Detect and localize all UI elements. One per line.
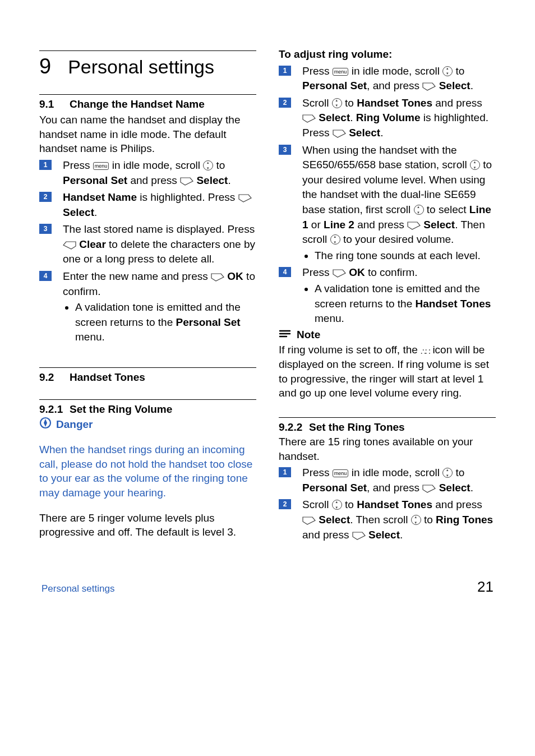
step-badge: 1 bbox=[39, 160, 52, 170]
softkey-left-icon bbox=[302, 515, 316, 525]
menu-key-icon: menu bbox=[93, 162, 109, 170]
procedure-title: To adjust ring volume: bbox=[279, 47, 496, 62]
section-9-2-2-intro: There are 15 ring tones available on you… bbox=[279, 435, 496, 463]
softkey-left-icon bbox=[407, 220, 421, 231]
page-number: 21 bbox=[477, 578, 494, 596]
divider bbox=[39, 367, 256, 368]
divider bbox=[39, 399, 256, 400]
step-2: 2 Scroll to Handset Tones and press Sele… bbox=[279, 96, 496, 141]
danger-icon bbox=[39, 417, 52, 432]
danger-heading: Danger bbox=[39, 417, 256, 432]
nav-key-icon bbox=[414, 205, 424, 215]
step-2: 2 Handset Name is highlighted. Press Sel… bbox=[39, 190, 256, 220]
softkey-left-icon bbox=[333, 268, 346, 278]
section-9-1-intro: You can name the handset and display the… bbox=[39, 113, 256, 156]
section-9-2-2-heading: 9.2.2Set the Ring Tones bbox=[279, 421, 496, 434]
step-1: 1 Press menu in idle mode, scroll to Per… bbox=[279, 64, 496, 94]
nav-key-icon bbox=[442, 66, 453, 76]
step-1: 1 Press menu in idle mode, scroll to Per… bbox=[279, 465, 496, 495]
softkey-right-icon bbox=[63, 240, 76, 250]
footer-section-name: Personal settings bbox=[41, 583, 114, 594]
step-badge: 4 bbox=[279, 267, 291, 277]
step-badge: 4 bbox=[39, 271, 52, 281]
softkey-left-icon bbox=[238, 193, 252, 203]
step-1: 1 Press menu in idle mode, scroll to Per… bbox=[39, 158, 256, 188]
nav-key-icon bbox=[332, 500, 342, 510]
chapter-heading: 9 Personal settings bbox=[39, 54, 256, 79]
note-icon bbox=[279, 329, 291, 342]
menu-key-icon: menu bbox=[333, 68, 349, 76]
softkey-left-icon bbox=[302, 113, 316, 123]
nav-key-icon bbox=[470, 160, 480, 170]
step-3: 3 The last stored name is displayed. Pre… bbox=[39, 222, 256, 267]
softkey-left-icon bbox=[333, 128, 346, 139]
step-badge: 1 bbox=[279, 66, 291, 76]
chapter-title: Personal settings bbox=[68, 56, 214, 78]
divider bbox=[39, 94, 256, 95]
page-footer: Personal settings 21 bbox=[39, 578, 496, 596]
section-9-2-1-heading: 9.2.1Set the Ring Volume bbox=[39, 403, 256, 416]
ring-volume-body: There are 5 ringer volume levels plus pr… bbox=[39, 511, 256, 540]
ringer-off-icon: ∴∷ bbox=[421, 346, 430, 357]
nav-key-icon bbox=[442, 468, 453, 478]
section-9-2-heading: 9.2Handset Tones bbox=[39, 371, 256, 384]
nav-key-icon bbox=[330, 234, 340, 245]
left-column: 9 Personal settings 9.1Change the Handse… bbox=[39, 45, 256, 545]
nav-key-icon bbox=[203, 160, 213, 170]
softkey-left-icon bbox=[352, 531, 366, 541]
ring-tones-steps: 1 Press menu in idle mode, scroll to Per… bbox=[279, 465, 496, 542]
list-item: A validation tone is emitted and the scr… bbox=[315, 282, 496, 326]
list-item: A validation tone is emitted and the scr… bbox=[75, 300, 256, 345]
section-9-1-heading: 9.1Change the Handset Name bbox=[39, 98, 256, 110]
softkey-left-icon bbox=[211, 272, 224, 282]
step-4: 4 Press OK to confirm. A validation tone… bbox=[279, 265, 496, 326]
step-badge: 1 bbox=[279, 467, 291, 477]
chapter-number: 9 bbox=[39, 54, 51, 79]
softkey-left-icon bbox=[180, 176, 193, 186]
right-column: To adjust ring volume: 1 Press menu in i… bbox=[279, 45, 496, 545]
softkey-left-icon bbox=[422, 81, 436, 91]
step-badge: 3 bbox=[39, 224, 52, 234]
softkey-left-icon bbox=[422, 483, 436, 494]
step-badge: 2 bbox=[279, 98, 291, 108]
nav-key-icon bbox=[332, 98, 342, 108]
nav-key-icon bbox=[411, 515, 421, 525]
step-3: 3 When using the handset with the SE650/… bbox=[279, 143, 496, 264]
step-badge: 3 bbox=[279, 145, 291, 155]
divider bbox=[39, 50, 256, 51]
step-4: 4 Enter the new name and press OK to con… bbox=[39, 269, 256, 345]
section-9-1-steps: 1 Press menu in idle mode, scroll to Per… bbox=[39, 158, 256, 345]
note-body: If ring volume is set to off, the ∴∷ ico… bbox=[279, 343, 496, 400]
list-item: The ring tone sounds at each level. bbox=[315, 248, 496, 264]
divider bbox=[279, 417, 496, 418]
danger-body: When the handset rings during an incomin… bbox=[39, 442, 256, 500]
step-badge: 2 bbox=[39, 192, 52, 202]
menu-key-icon: menu bbox=[333, 469, 349, 477]
step-2: 2 Scroll to Handset Tones and press Sele… bbox=[279, 497, 496, 542]
ring-volume-steps: 1 Press menu in idle mode, scroll to Per… bbox=[279, 64, 496, 326]
note-heading: Note bbox=[279, 329, 496, 342]
step-badge: 2 bbox=[279, 499, 291, 509]
